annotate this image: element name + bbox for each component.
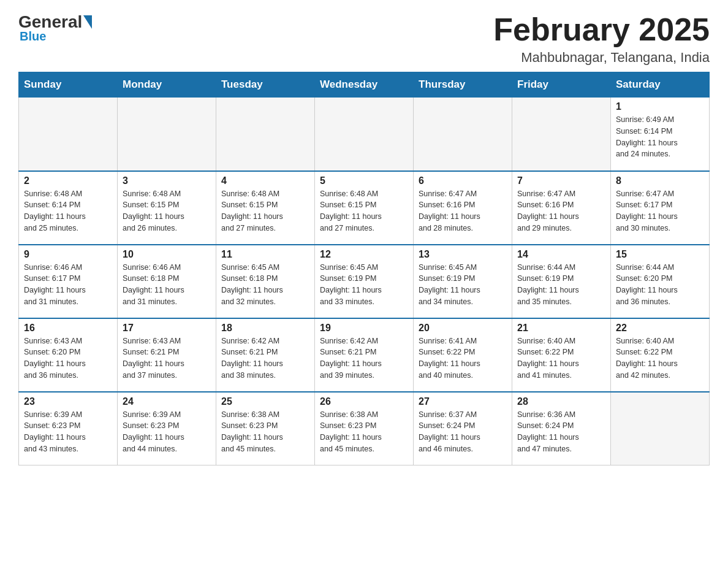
day-number: 14 [517, 249, 605, 260]
day-info: Sunrise: 6:43 AMSunset: 6:21 PMDaylight:… [123, 335, 211, 381]
day-info: Sunrise: 6:39 AMSunset: 6:23 PMDaylight:… [123, 409, 211, 455]
day-info: Sunrise: 6:43 AMSunset: 6:20 PMDaylight:… [24, 335, 112, 381]
day-info: Sunrise: 6:48 AMSunset: 6:14 PMDaylight:… [24, 188, 112, 234]
table-row: 2Sunrise: 6:48 AMSunset: 6:14 PMDaylight… [19, 171, 118, 245]
header-tuesday: Tuesday [216, 72, 315, 98]
table-row: 13Sunrise: 6:45 AMSunset: 6:19 PMDayligh… [414, 245, 512, 318]
header-saturday: Saturday [611, 72, 710, 98]
day-info: Sunrise: 6:44 AMSunset: 6:19 PMDaylight:… [517, 262, 605, 308]
table-row: 4Sunrise: 6:48 AMSunset: 6:15 PMDaylight… [216, 171, 315, 245]
table-row: 14Sunrise: 6:44 AMSunset: 6:19 PMDayligh… [512, 245, 611, 318]
title-section: February 2025 Mahbubnagar, Telangana, In… [493, 12, 710, 66]
day-info: Sunrise: 6:46 AMSunset: 6:17 PMDaylight:… [24, 262, 112, 308]
day-number: 5 [320, 175, 408, 186]
table-row: 10Sunrise: 6:46 AMSunset: 6:18 PMDayligh… [118, 245, 216, 318]
day-info: Sunrise: 6:49 AMSunset: 6:14 PMDaylight:… [616, 114, 704, 160]
day-info: Sunrise: 6:48 AMSunset: 6:15 PMDaylight:… [123, 188, 211, 234]
calendar-week-row: 23Sunrise: 6:39 AMSunset: 6:23 PMDayligh… [19, 392, 710, 465]
day-info: Sunrise: 6:38 AMSunset: 6:23 PMDaylight:… [320, 409, 408, 455]
table-row [512, 98, 611, 171]
day-info: Sunrise: 6:45 AMSunset: 6:19 PMDaylight:… [419, 262, 507, 308]
table-row: 24Sunrise: 6:39 AMSunset: 6:23 PMDayligh… [118, 392, 216, 465]
table-row [414, 98, 512, 171]
day-info: Sunrise: 6:48 AMSunset: 6:15 PMDaylight:… [221, 188, 309, 234]
day-info: Sunrise: 6:45 AMSunset: 6:18 PMDaylight:… [221, 262, 309, 308]
day-number: 28 [517, 396, 605, 407]
day-number: 3 [123, 175, 211, 186]
day-info: Sunrise: 6:42 AMSunset: 6:21 PMDaylight:… [320, 335, 408, 381]
day-number: 9 [24, 249, 112, 260]
table-row: 19Sunrise: 6:42 AMSunset: 6:21 PMDayligh… [315, 318, 414, 392]
table-row [216, 98, 315, 171]
table-row: 28Sunrise: 6:36 AMSunset: 6:24 PMDayligh… [512, 392, 611, 465]
day-number: 11 [221, 249, 309, 260]
day-number: 27 [419, 396, 507, 407]
table-row: 7Sunrise: 6:47 AMSunset: 6:16 PMDaylight… [512, 171, 611, 245]
day-info: Sunrise: 6:36 AMSunset: 6:24 PMDaylight:… [517, 409, 605, 455]
day-info: Sunrise: 6:44 AMSunset: 6:20 PMDaylight:… [616, 262, 704, 308]
day-info: Sunrise: 6:37 AMSunset: 6:24 PMDaylight:… [419, 409, 507, 455]
header-sunday: Sunday [19, 72, 118, 98]
day-number: 22 [616, 323, 704, 334]
day-number: 15 [616, 249, 704, 260]
day-number: 20 [419, 323, 507, 334]
table-row: 6Sunrise: 6:47 AMSunset: 6:16 PMDaylight… [414, 171, 512, 245]
table-row [19, 98, 118, 171]
day-info: Sunrise: 6:40 AMSunset: 6:22 PMDaylight:… [517, 335, 605, 381]
calendar-week-row: 2Sunrise: 6:48 AMSunset: 6:14 PMDaylight… [19, 171, 710, 245]
header-thursday: Thursday [414, 72, 512, 98]
day-number: 8 [616, 175, 704, 186]
day-info: Sunrise: 6:47 AMSunset: 6:16 PMDaylight:… [517, 188, 605, 234]
day-number: 24 [123, 396, 211, 407]
day-info: Sunrise: 6:48 AMSunset: 6:15 PMDaylight:… [320, 188, 408, 234]
header-row: Sunday Monday Tuesday Wednesday Thursday… [19, 72, 710, 98]
day-number: 6 [419, 175, 507, 186]
day-info: Sunrise: 6:39 AMSunset: 6:23 PMDaylight:… [24, 409, 112, 455]
day-number: 10 [123, 249, 211, 260]
table-row [315, 98, 414, 171]
table-row: 15Sunrise: 6:44 AMSunset: 6:20 PMDayligh… [611, 245, 710, 318]
day-number: 12 [320, 249, 408, 260]
day-info: Sunrise: 6:47 AMSunset: 6:17 PMDaylight:… [616, 188, 704, 234]
calendar-subtitle: Mahbubnagar, Telangana, India [493, 50, 710, 66]
calendar-week-row: 9Sunrise: 6:46 AMSunset: 6:17 PMDaylight… [19, 245, 710, 318]
day-number: 13 [419, 249, 507, 260]
calendar-table: Sunday Monday Tuesday Wednesday Thursday… [18, 72, 710, 465]
day-number: 1 [616, 101, 704, 112]
logo: General Blue [18, 12, 91, 44]
header-monday: Monday [118, 72, 216, 98]
table-row: 16Sunrise: 6:43 AMSunset: 6:20 PMDayligh… [19, 318, 118, 392]
calendar-week-row: 1Sunrise: 6:49 AMSunset: 6:14 PMDaylight… [19, 98, 710, 171]
day-info: Sunrise: 6:45 AMSunset: 6:19 PMDaylight:… [320, 262, 408, 308]
page-header: General Blue February 2025 Mahbubnagar, … [18, 12, 710, 66]
header-friday: Friday [512, 72, 611, 98]
table-row: 27Sunrise: 6:37 AMSunset: 6:24 PMDayligh… [414, 392, 512, 465]
logo-blue-part [82, 15, 91, 29]
calendar-week-row: 16Sunrise: 6:43 AMSunset: 6:20 PMDayligh… [19, 318, 710, 392]
day-number: 2 [24, 175, 112, 186]
table-row: 5Sunrise: 6:48 AMSunset: 6:15 PMDaylight… [315, 171, 414, 245]
calendar-title: February 2025 [493, 12, 710, 47]
table-row: 17Sunrise: 6:43 AMSunset: 6:21 PMDayligh… [118, 318, 216, 392]
header-wednesday: Wednesday [315, 72, 414, 98]
day-number: 7 [517, 175, 605, 186]
table-row: 18Sunrise: 6:42 AMSunset: 6:21 PMDayligh… [216, 318, 315, 392]
table-row [118, 98, 216, 171]
table-row: 21Sunrise: 6:40 AMSunset: 6:22 PMDayligh… [512, 318, 611, 392]
logo-triangle-icon [83, 15, 92, 29]
day-info: Sunrise: 6:47 AMSunset: 6:16 PMDaylight:… [419, 188, 507, 234]
day-number: 19 [320, 323, 408, 334]
table-row: 25Sunrise: 6:38 AMSunset: 6:23 PMDayligh… [216, 392, 315, 465]
day-number: 25 [221, 396, 309, 407]
table-row: 12Sunrise: 6:45 AMSunset: 6:19 PMDayligh… [315, 245, 414, 318]
day-number: 16 [24, 323, 112, 334]
table-row [611, 392, 710, 465]
day-info: Sunrise: 6:40 AMSunset: 6:22 PMDaylight:… [616, 335, 704, 381]
day-info: Sunrise: 6:41 AMSunset: 6:22 PMDaylight:… [419, 335, 507, 381]
day-number: 18 [221, 323, 309, 334]
table-row: 20Sunrise: 6:41 AMSunset: 6:22 PMDayligh… [414, 318, 512, 392]
table-row: 23Sunrise: 6:39 AMSunset: 6:23 PMDayligh… [19, 392, 118, 465]
day-number: 17 [123, 323, 211, 334]
day-info: Sunrise: 6:46 AMSunset: 6:18 PMDaylight:… [123, 262, 211, 308]
table-row: 22Sunrise: 6:40 AMSunset: 6:22 PMDayligh… [611, 318, 710, 392]
